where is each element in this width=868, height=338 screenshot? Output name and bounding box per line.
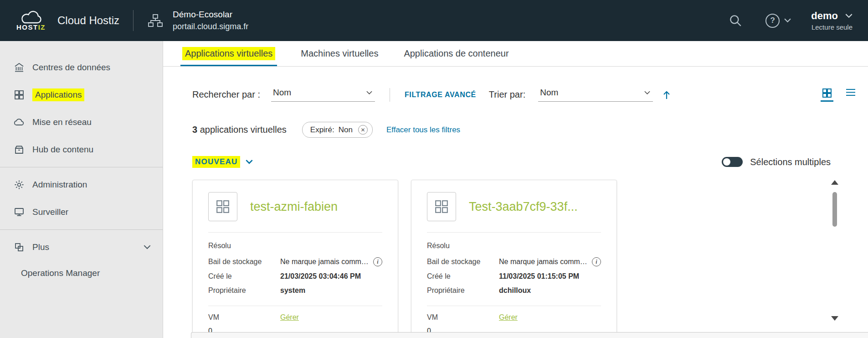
scroll-up-icon[interactable] [831,180,838,185]
new-button-label: NOUVEAU [192,156,240,168]
vapp-fields: Bail de stockage Ne marque jamais comme … [208,257,382,295]
result-count-number: 3 [192,125,197,135]
applications-grid-icon [14,89,25,100]
sidebar-item-label: Mise en réseau [32,117,92,127]
search-by-value: Nom [273,88,291,98]
grid-view-button[interactable] [822,88,832,102]
card-header: test-azmi-fabien [208,192,382,221]
user-menu[interactable]: demo Lecture seule [811,10,853,31]
sidebar: Centres de données Applications Mise en … [0,41,163,338]
chip-close-icon[interactable]: ✕ [358,125,368,135]
sort-by-select[interactable]: Nom [538,88,653,102]
vapp-status: Résolu [208,242,382,250]
sidebar-item-label: Plus [32,242,49,252]
vapp-title-link[interactable]: test-azmi-fabien [250,200,338,214]
tenant-url: portail.cloud.sigma.fr [173,22,248,31]
sidebar-item-surveiller[interactable]: Surveiller [0,198,163,226]
sidebar-item-administration[interactable]: Administration [0,171,163,198]
org-sitemap-icon [147,14,164,27]
card-header: Test-3aab7cf9-33f... [427,192,601,221]
clear-filters-link[interactable]: Effacer tous les filtres [386,125,460,135]
sidebar-divider [0,167,163,167]
vm-manage-link[interactable]: Gérer [280,313,299,322]
field-value: 11/03/2025 01:15:05 PM [499,272,601,281]
multi-select-toggle[interactable] [722,157,743,167]
toolbar-divider [390,88,390,102]
scroll-down-icon[interactable] [831,316,838,321]
sort-by-label: Trier par: [489,89,525,100]
field-value: dchilloux [499,286,601,295]
search-icon[interactable] [728,13,743,28]
field-value-text: Ne marque jamais comme a... [280,258,369,266]
field-value: system [280,286,382,295]
more-icon [14,242,25,253]
content-area: Rechercher par : Nom FILTRAGE AVANCÉ Tri… [163,67,868,338]
tab-applications-virtuelles[interactable]: Applications virtuelles [180,41,277,66]
tenant-info: Démo-Ecosolar portail.cloud.sigma.fr [173,10,248,31]
body: Centres de données Applications Mise en … [0,41,868,338]
toggle-knob [723,158,730,166]
sidebar-item-hub-de-contenu[interactable]: Hub de contenu [0,136,163,163]
sidebar-item-label: Surveiller [32,207,68,217]
tenant-switcher[interactable]: Démo-Ecosolar portail.cloud.sigma.fr [147,10,248,31]
chevron-down-icon [366,91,372,95]
field-row: Propriétaire system [208,286,382,295]
sidebar-item-mise-en-reseau[interactable]: Mise en réseau [0,109,163,136]
field-value-text: 21/03/2025 03:04:46 PM [280,272,361,281]
sort-ascending-icon [662,90,671,100]
tab-machines-virtuelles[interactable]: Machines virtuelles [299,41,380,66]
logo-iz-text: IZ [38,23,46,31]
info-icon[interactable]: i [373,257,382,266]
card-divider [427,232,601,233]
scrollbar-thumb[interactable] [832,192,837,227]
info-icon[interactable]: i [592,257,601,266]
header-divider [133,10,134,31]
help-menu[interactable]: ? [765,14,791,28]
network-cloud-icon [14,117,25,128]
recent-tasks-panel-edge[interactable] [191,332,868,338]
vm-manage-link[interactable]: Gérer [499,313,518,322]
sort-direction-button[interactable] [662,90,671,100]
new-button[interactable]: NOUVEAU [192,156,253,168]
search-sort-toolbar: Rechercher par : Nom FILTRAGE AVANCÉ Tri… [192,88,868,102]
field-row: Bail de stockage Ne marque jamais comme … [427,257,601,266]
sidebar-item-label: Centres de données [32,62,110,73]
field-value-text: Ne marque jamais comme a... [499,258,587,266]
field-label: Bail de stockage [427,258,499,266]
content-hub-icon [14,144,25,155]
chevron-down-icon [246,160,253,164]
sidebar-item-centres-de-donnees[interactable]: Centres de données [0,54,163,81]
content-scrollbar[interactable] [831,179,839,322]
hostiz-logo[interactable]: HOSTIZ [16,10,46,31]
multi-select-label: Sélections multiples [750,157,831,167]
sidebar-item-plus[interactable]: Plus [0,234,163,261]
list-view-button[interactable] [845,88,856,101]
tenant-name: Démo-Ecosolar [173,10,248,20]
filter-summary-row: 3 applications virtuelles Expiré: Non ✕ … [192,122,868,138]
field-row: Créé le 11/03/2025 01:15:05 PM [427,272,601,281]
field-label: Bail de stockage [208,258,280,266]
tab-bar: Applications virtuelles Machines virtuel… [163,41,868,67]
vapp-title-link[interactable]: Test-3aab7cf9-33f... [469,200,578,214]
field-value-text: system [280,286,305,295]
filter-chip-expire[interactable]: Expiré: Non ✕ [302,122,373,138]
sidebar-item-applications[interactable]: Applications [0,81,163,109]
data-center-icon [14,62,25,73]
tab-applications-de-conteneur[interactable]: Applications de conteneur [402,41,510,66]
field-label: Propriétaire [427,286,499,295]
field-label: Créé le [427,272,499,281]
sidebar-divider [0,229,163,230]
filter-chip-label: Expiré: [310,125,334,135]
field-label: Créé le [208,272,280,281]
vapp-icon [208,192,237,221]
sidebar-item-operations-manager[interactable]: Operations Manager [0,261,163,286]
logo-host-text: HOST [16,23,38,31]
search-by-select[interactable]: Nom [271,88,375,102]
field-row: Propriétaire dchilloux [427,286,601,295]
field-label: Propriétaire [208,286,280,295]
advanced-filter-button[interactable]: FILTRAGE AVANCÉ [405,91,476,99]
field-row: Créé le 21/03/2025 03:04:46 PM [208,272,382,281]
app-window: HOSTIZ Cloud Hostiz Démo-Ecosolar portai… [0,0,868,338]
view-mode-group [822,88,856,102]
sidebar-item-label: Administration [32,180,87,190]
